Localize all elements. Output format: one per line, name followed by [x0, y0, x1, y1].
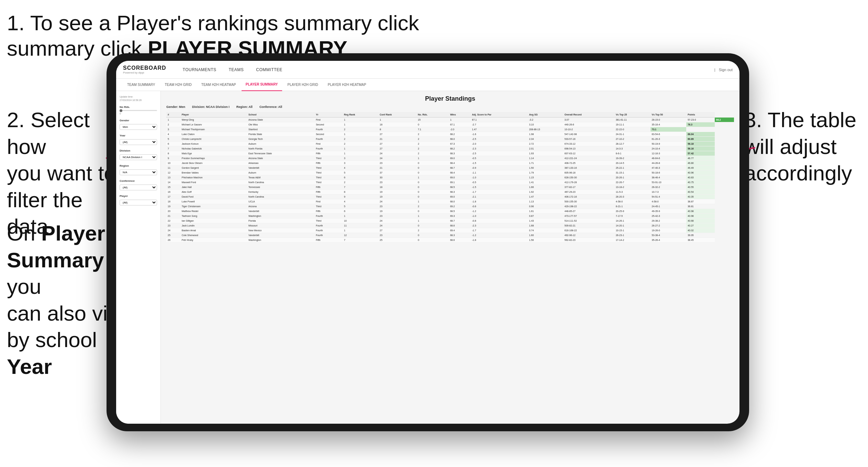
table-cell: Third — [314, 166, 343, 170]
nav-tournaments[interactable]: TOURNAMENTS — [177, 61, 223, 79]
table-cell: 4 — [343, 199, 378, 204]
table-cell: Cole Sherwood — [180, 233, 247, 238]
conference-select[interactable]: (All) — [120, 185, 157, 190]
table-cell: 8 — [378, 127, 416, 132]
table-cell: 67.3 — [449, 142, 471, 146]
table-cell: 562-82-23 — [563, 238, 614, 243]
sub-navbar: TEAM SUMMARY TEAM H2H GRID TEAM H2H HEAT… — [116, 79, 739, 91]
table-cell: 0 — [416, 166, 449, 170]
table-cell: 412-221-24 — [563, 156, 614, 161]
table-cell: 2 — [416, 132, 449, 137]
gender-select[interactable]: Men Women — [120, 124, 157, 130]
table-cell: 605-96-18 — [563, 170, 614, 175]
table-cell: 2 — [343, 127, 378, 132]
table-cell: 17 — [166, 194, 180, 199]
table-cell: Vanderbilt — [247, 209, 314, 214]
table-cell: 1 — [378, 118, 416, 122]
table-cell: 68.7 — [449, 166, 471, 170]
table-cell: Mats Ege — [180, 151, 247, 156]
sub-nav-player-h2h-heatmap[interactable]: PLAYER H2H HEATMAP — [324, 79, 370, 91]
table-cell: 69.0 — [449, 175, 471, 180]
table-cell: 2 — [343, 142, 378, 146]
division-label: Division — [120, 149, 157, 152]
division-select[interactable]: NCAA Division I — [120, 154, 157, 160]
table-cell: Jack Lundin — [180, 223, 247, 228]
table-cell: Fourth — [314, 233, 343, 238]
table-cell: East Tennessee State — [247, 151, 314, 156]
table-cell: North Carolina — [247, 180, 314, 185]
table-cell: 63-54-6 — [650, 132, 687, 137]
slider-thumb[interactable] — [120, 109, 122, 112]
table-cell: 24-31-1 — [614, 132, 650, 137]
no-rds-slider[interactable] — [120, 110, 157, 111]
table-cell: 35-26-4 — [650, 238, 687, 243]
table-cell: Texas A&M — [247, 175, 314, 180]
table-cell: 61-20-3 — [650, 137, 687, 142]
table-cell: 0 — [416, 170, 449, 175]
table-cell: 26-27-2 — [650, 223, 687, 228]
table-cell: -0.5 — [471, 180, 528, 185]
table-cell: Phichaksn Maichon — [180, 175, 247, 180]
table-cell: 26 — [166, 238, 180, 243]
table-cell: 36.81 — [686, 204, 715, 209]
filter-no-rds: No Rds. 0 — [120, 105, 157, 115]
table-cell: 23 — [378, 161, 416, 166]
table-cell: -1.7 — [471, 228, 528, 233]
table-cell: 8-21-1 — [614, 204, 650, 209]
tablet-screen: SCOREBOARD Powered by dippi TOURNAMENTS … — [116, 61, 739, 424]
table-cell: 27-10-2 — [614, 137, 650, 142]
school-bold2: Year — [7, 355, 52, 378]
table-cell: 14-20-1 — [614, 223, 650, 228]
filter-year: Year (All) First Second Third Fourth Fif… — [120, 134, 157, 145]
table-cell: 50-18-6 — [650, 170, 687, 175]
table-cell: 1.41 — [528, 180, 563, 185]
table-cell: 0 — [416, 223, 449, 228]
table-cell: 8 — [166, 151, 180, 156]
table-cell: 73.1 — [650, 127, 687, 132]
table-cell: 2.01 — [528, 146, 563, 151]
table-cell: New Mexico — [247, 228, 314, 233]
table-cell: First — [314, 142, 343, 146]
table-row: 14Maxwell FordNorth CarolinaThird223069.… — [166, 180, 734, 185]
active-conference: Conference: All — [259, 105, 282, 109]
instruction-step3: 3. The table will adjust accordingly — [744, 107, 861, 187]
table-cell: 11 — [343, 223, 378, 228]
table-cell: -1.2 — [471, 233, 528, 238]
table-cell: Third — [314, 170, 343, 175]
table-cell: 40.68 — [686, 219, 715, 223]
filter-player: Player (All) — [120, 194, 157, 205]
active-gender: Gender: Men — [166, 105, 185, 109]
table-row: 3Michael ThorbjornsenStanfordFourth287.1… — [166, 127, 734, 132]
nav-committee[interactable]: COMMITTEE — [250, 61, 289, 79]
nav-teams[interactable]: TEAMS — [223, 61, 250, 79]
table-cell: 12 — [166, 170, 180, 175]
sub-nav-team-h2h-heatmap[interactable]: TEAM H2H HEATMAP — [197, 79, 240, 91]
sign-out-link[interactable]: Sign out — [719, 68, 733, 72]
table-cell: 69.2 — [449, 204, 471, 209]
table-row: 17David FordNorth CarolinaThird919069.0-… — [166, 194, 734, 199]
table-cell: Fourth — [314, 223, 343, 228]
table-cell: 2 — [416, 142, 449, 146]
table-cell: -1.5 — [471, 161, 528, 166]
table-row: 10Jacob Skov OlesenArkansasFifth323068.4… — [166, 161, 734, 166]
table-cell: 58.18 — [686, 142, 715, 146]
player-select[interactable]: (All) — [120, 200, 157, 205]
table-cell: 24 — [378, 156, 416, 161]
table-cell: 38-46-4 — [650, 175, 687, 180]
table-cell: 15 — [166, 185, 180, 190]
table-cell: 1 — [343, 118, 378, 122]
sub-nav-team-h2h-grid[interactable]: TEAM H2H GRID — [161, 79, 196, 91]
region-select[interactable]: N/A All — [120, 169, 157, 175]
table-cell: 46.77 — [686, 156, 715, 161]
sub-nav-player-summary[interactable]: PLAYER SUMMARY — [242, 79, 282, 91]
app-navbar: SCOREBOARD Powered by dippi TOURNAMENTS … — [116, 61, 739, 79]
table-cell: Ian Gilligan — [180, 219, 247, 223]
table-cell: 2 — [343, 180, 378, 185]
table-cell: Fifth — [314, 161, 343, 166]
table-cell: 22-26-7 — [614, 180, 650, 185]
sub-nav-player-h2h-grid[interactable]: PLAYER H2H GRID — [283, 79, 322, 91]
sub-nav-team-summary[interactable]: TEAM SUMMARY — [123, 79, 159, 91]
table-cell: 1.14 — [528, 156, 563, 161]
year-select[interactable]: (All) First Second Third Fourth Fifth — [120, 139, 157, 145]
tablet-device: SCOREBOARD Powered by dippi TOURNAMENTS … — [107, 53, 749, 431]
